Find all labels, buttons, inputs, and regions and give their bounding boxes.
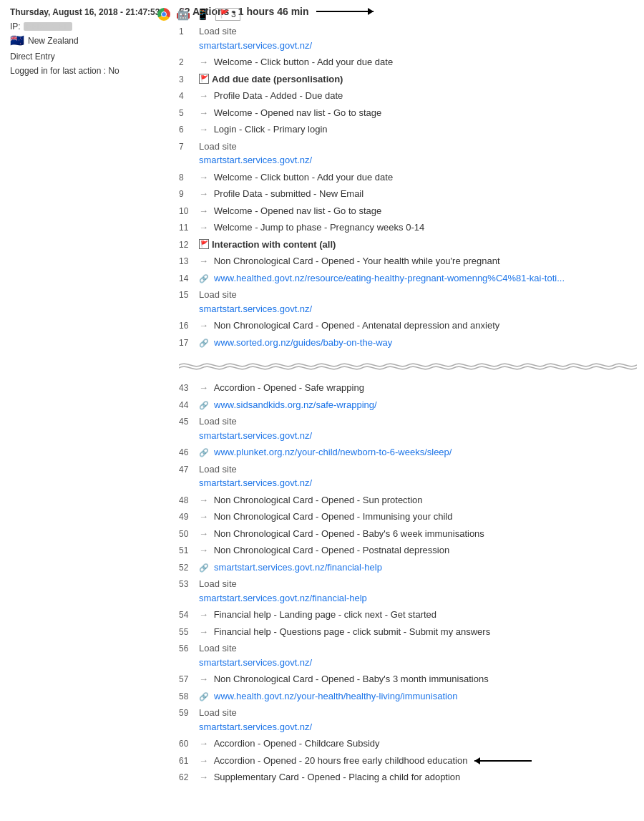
action-content: 🔗 www.health.govt.nz/your-health/healthy…: [199, 689, 637, 704]
action-link[interactable]: smartstart.services.govt.nz/: [199, 477, 312, 488]
arrow-icon: →: [199, 320, 211, 331]
action-number: 7: [179, 140, 199, 153]
action-content: → Accordion - Opened - Safe wrapping: [199, 381, 637, 395]
main-header: 62 Actions - 1 hours 46 min: [179, 6, 637, 17]
action-text: Financial help - Landing page - click ne…: [214, 609, 436, 620]
action-link[interactable]: smartstart.services.govt.nz/: [199, 430, 312, 441]
left-panel: Thursday, August 16, 2018 - 21:47:53 IP:…: [0, 0, 172, 793]
action-content: → Welcome - Click button - Add your due …: [199, 170, 637, 185]
list-item: 15Load sitesmartstart.services.govt.nz/: [179, 288, 637, 316]
action-number: 59: [179, 706, 199, 719]
list-item: 52🔗 smartstart.services.govt.nz/financia…: [179, 560, 637, 575]
action-content: Load sitesmartstart.services.govt.nz/: [199, 706, 637, 734]
action-content: → Non Chronological Card - Opened - Your…: [199, 254, 637, 268]
list-item: 50→ Non Chronological Card - Opened - Ba…: [179, 527, 637, 541]
action-link[interactable]: smartstart.services.govt.nz/: [199, 303, 312, 314]
arrow-icon: →: [199, 738, 211, 749]
external-link[interactable]: www.sorted.org.nz/guides/baby-on-the-way: [214, 337, 392, 348]
action-text: Non Chronological Card - Opened - Postna…: [214, 545, 450, 555]
action-content: → Login - Click - Primary login: [199, 122, 637, 137]
arrow-icon: →: [199, 772, 211, 782]
action-text: Welcome - Click button - Add your due da…: [214, 57, 394, 67]
arrow-icon: →: [199, 609, 211, 620]
action-content: 🔗 smartstart.services.govt.nz/financial-…: [199, 560, 637, 575]
arrow-icon: →: [199, 172, 211, 183]
action-content: → Financial help - Questions page - clic…: [199, 625, 637, 639]
list-item: 6→ Login - Click - Primary login: [179, 122, 637, 137]
load-site-label: Load site: [199, 141, 237, 152]
action-content: Load sitesmartstart.services.govt.nz/: [199, 24, 637, 52]
action-number: 13: [179, 254, 199, 268]
action-content: 🔗 www.sidsandkids.org.nz/safe-wrapping/: [199, 398, 637, 412]
load-site-label: Load site: [199, 416, 237, 427]
list-item: 48→ Non Chronological Card - Opened - Su…: [179, 493, 637, 507]
list-item: 9→ Profile Data - submitted - New Email: [179, 187, 637, 201]
ip-value: REDACTED: [24, 22, 73, 31]
action-text: Login - Click - Primary login: [214, 124, 328, 135]
arrow-icon: →: [199, 382, 211, 393]
action-number: 60: [179, 737, 199, 750]
action-number: 50: [179, 527, 199, 540]
external-link[interactable]: www.plunket.org.nz/your-child/newborn-to…: [214, 447, 452, 457]
action-content: Load sitesmartstart.services.govt.nz/: [199, 414, 637, 442]
list-item: 4→ Profile Data - Added - Due date: [179, 89, 637, 103]
action-number: 3: [179, 72, 199, 86]
list-item: 58🔗 www.health.govt.nz/your-health/healt…: [179, 689, 637, 704]
action-number: 61: [179, 754, 199, 767]
arrow-icon: →: [199, 495, 211, 505]
arrow-icon: →: [199, 57, 211, 67]
action-number: 1: [179, 24, 199, 38]
external-link[interactable]: smartstart.services.govt.nz/financial-he…: [214, 562, 382, 573]
action-content: 🔗 www.sorted.org.nz/guides/baby-on-the-w…: [199, 336, 637, 350]
action-text: Non Chronological Card - Opened - Your h…: [214, 256, 500, 266]
arrow-icon: →: [199, 528, 211, 539]
arrow-icon: →: [199, 626, 211, 637]
arrow-icon: →: [199, 188, 211, 199]
action-link[interactable]: smartstart.services.govt.nz/: [199, 657, 312, 668]
list-item: 2→ Welcome - Click button - Add your due…: [179, 55, 637, 69]
list-item: 10→ Welcome - Opened nav list - Go to st…: [179, 204, 637, 218]
country-name: New Zealand: [28, 36, 79, 46]
action-text: Financial help - Questions page - click …: [214, 626, 491, 637]
action-link[interactable]: smartstart.services.govt.nz/: [199, 40, 312, 51]
list-item: 45Load sitesmartstart.services.govt.nz/: [179, 414, 637, 442]
external-link[interactable]: www.health.govt.nz/your-health/healthy-l…: [214, 691, 457, 701]
action-content: → Non Chronological Card - Opened - Ante…: [199, 319, 637, 333]
arrow-icon: →: [199, 205, 211, 216]
action-link[interactable]: smartstart.services.govt.nz/financial-he…: [199, 593, 367, 603]
action-content: → Profile Data - Added - Due date: [199, 89, 637, 103]
flag-badge: 🚩 3: [215, 8, 240, 21]
action-number: 54: [179, 608, 199, 621]
action-link[interactable]: smartstart.services.govt.nz/: [199, 155, 312, 165]
action-text: Non Chronological Card - Opened - Antena…: [214, 320, 500, 331]
action-content: Load sitesmartstart.services.govt.nz/: [199, 462, 637, 490]
action-content: 🔗 www.plunket.org.nz/your-child/newborn-…: [199, 445, 637, 460]
list-item: 62→ Supplementary Card - Opened - Placin…: [179, 770, 637, 784]
external-link[interactable]: www.healthed.govt.nz/resource/eating-hea…: [214, 273, 565, 283]
action-content: Load sitesmartstart.services.govt.nz/: [199, 140, 637, 167]
action-link[interactable]: smartstart.services.govt.nz/: [199, 722, 312, 732]
list-item: 55→ Financial help - Questions page - cl…: [179, 625, 637, 639]
action-content: → Non Chronological Card - Opened - Sun …: [199, 493, 637, 507]
wavy-divider: [179, 358, 637, 372]
load-site-label: Load site: [199, 707, 237, 718]
action-number: 43: [179, 381, 199, 394]
arrow-icon: →: [199, 511, 211, 522]
action-text: Accordion - Opened - Childcare Subsidy: [214, 738, 380, 749]
action-text: Profile Data - submitted - New Email: [214, 188, 364, 199]
action-content: → Welcome - Click button - Add your due …: [199, 55, 637, 69]
nz-flag: 🇳🇿: [10, 34, 24, 47]
external-link-icon: 🔗: [199, 274, 211, 283]
action-number: 6: [179, 122, 199, 136]
arrow-icon: →: [199, 755, 211, 766]
action-content: 🚩Add due date (personlisation): [199, 72, 637, 87]
external-link-icon: 🔗: [199, 692, 211, 701]
external-link[interactable]: www.sidsandkids.org.nz/safe-wrapping/: [214, 399, 377, 410]
list-item: 7Load sitesmartstart.services.govt.nz/: [179, 140, 637, 167]
action-content: Load sitesmartstart.services.govt.nz/: [199, 641, 637, 669]
action-text: Accordion - Opened - Safe wrapping: [214, 382, 364, 393]
section-header: 🚩Add due date (personlisation): [199, 72, 637, 87]
action-content: → Non Chronological Card - Opened - Immu…: [199, 510, 637, 524]
action-number: 53: [179, 577, 199, 591]
list-item: 8→ Welcome - Click button - Add your due…: [179, 170, 637, 185]
